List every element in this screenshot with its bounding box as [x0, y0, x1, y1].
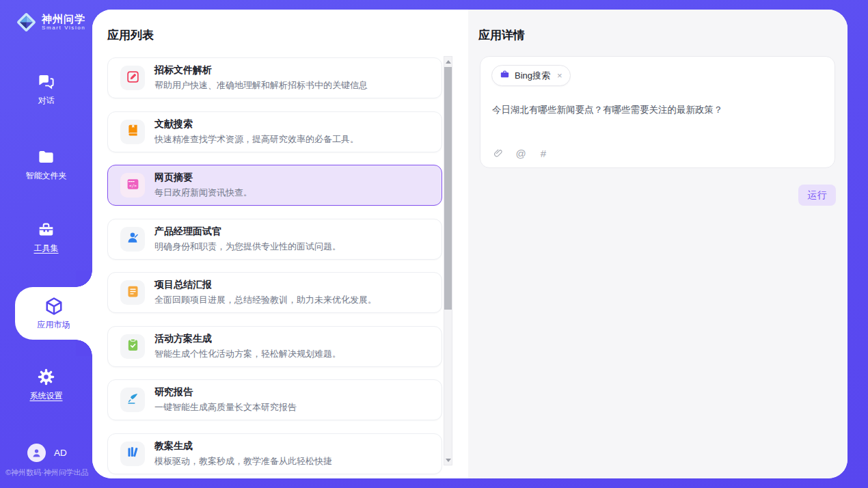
scrollbar-down-arrow[interactable]	[444, 455, 452, 465]
app-card[interactable]: 产品经理面试官明确身份和职责，为您提供专业性的面试问题。	[107, 219, 442, 260]
app-card-desc: 模板驱动，教案秒成，教学准备从此轻松快捷	[154, 455, 332, 467]
app-card[interactable]: 项目总结汇报全面回顾项目进展，总结经验教训，助力未来优化发展。	[107, 272, 442, 313]
chat-icon	[37, 72, 55, 91]
app-card-list: 招标文件解析帮助用户快速、准确地理解和解析招标书中的关键信息文献搜索快速精准查找…	[107, 57, 442, 478]
app-card-desc: 每日政府新闻资讯快查。	[154, 187, 252, 199]
svg-text:</>: </>	[128, 182, 136, 187]
app-icon-tile	[120, 280, 145, 305]
hash-icon[interactable]: #	[537, 147, 550, 159]
user-account[interactable]: AD	[27, 444, 67, 462]
books-icon	[126, 445, 140, 462]
brand-subtitle: Smart Vision	[42, 25, 85, 31]
app-icon-tile	[120, 227, 145, 252]
query-input[interactable]: 今日湖北有哪些新闻要点？有哪些需要关注的最新政策？	[492, 104, 820, 116]
app-card[interactable]: 研究报告一键智能生成高质量长文本研究报告	[107, 379, 442, 420]
sidebar-item-label: 工具集	[34, 243, 59, 254]
app-card-title: 网页摘要	[154, 172, 252, 184]
sidebar-item-label: 应用市场	[38, 319, 70, 331]
app-detail-title: 应用详情	[478, 27, 525, 43]
app-card[interactable]: 活动方案生成智能生成个性化活动方案，轻松解决规划难题。	[107, 326, 442, 367]
main-panel: 应用列表 招标文件解析帮助用户快速、准确地理解和解析招标书中的关键信息文献搜索快…	[92, 10, 847, 478]
app-card-desc: 快速精准查找学术资源，提高研究效率的必备工具。	[154, 133, 359, 146]
gear-icon	[37, 368, 55, 386]
app-icon-tile: </>	[120, 173, 145, 198]
toolbox-icon	[37, 220, 55, 239]
app-card-title: 项目总结汇报	[154, 279, 377, 291]
tool-chip-bing-search[interactable]: Bing搜索 ×	[491, 65, 571, 86]
chip-close-icon[interactable]: ×	[557, 71, 562, 80]
app-card-title: 活动方案生成	[154, 333, 341, 345]
app-card-title: 研究报告	[154, 386, 297, 398]
scrollbar-thumb[interactable]	[444, 67, 452, 310]
app-card[interactable]: 招标文件解析帮助用户快速、准确地理解和解析招标书中的关键信息	[107, 57, 442, 98]
app-card[interactable]: </>网页摘要每日政府新闻资讯快查。	[107, 165, 442, 206]
sidebar: 神州问学 Smart Vision 对话智能文件夹工具集系统设置 应用市场 AD…	[0, 0, 92, 488]
sidebar-item-label: 系统设置	[30, 390, 63, 402]
bubble-fillet-bottom	[76, 340, 92, 356]
app-card-desc: 智能生成个性化活动方案，轻松解决规划难题。	[154, 348, 341, 360]
app-icon-tile	[120, 66, 145, 90]
sidebar-item-label: 对话	[38, 95, 55, 107]
brand-name: 神州问学	[42, 13, 85, 25]
brand-diamond-icon	[15, 11, 38, 33]
note-icon	[126, 284, 140, 301]
quill-icon	[126, 392, 140, 409]
edit-square-icon	[126, 70, 140, 87]
sidebar-item-folders[interactable]: 智能文件夹	[0, 148, 92, 182]
app-card-desc: 全面回顾项目进展，总结经验教训，助力未来优化发展。	[154, 294, 377, 306]
clipboard-check-icon	[126, 338, 140, 355]
paperclip-icon[interactable]	[492, 147, 504, 159]
tool-chip-label: Bing搜索	[515, 70, 550, 82]
app-icon-tile	[120, 334, 145, 359]
sidebar-item-label: 智能文件夹	[26, 170, 67, 182]
composer-toolbar: @ #	[492, 147, 550, 159]
app-card[interactable]: 文献搜索快速精准查找学术资源，提高研究效率的必备工具。	[107, 111, 442, 152]
app-card-desc: 明确身份和职责，为您提供专业性的面试问题。	[154, 241, 341, 253]
app-detail-pane: 应用详情 Bing搜索 × 今日湖北有哪些新闻要点？有哪些需要关注的最新政策？ …	[468, 10, 847, 478]
app-card-title: 招标文件解析	[154, 64, 368, 77]
app-list-title: 应用列表	[107, 27, 154, 43]
sidebar-item-chat[interactable]: 对话	[0, 72, 92, 107]
app-icon-tile	[120, 388, 145, 412]
sidebar-item-tools[interactable]: 工具集	[0, 220, 92, 254]
app-list-pane: 应用列表 招标文件解析帮助用户快速、准确地理解和解析招标书中的关键信息文献搜索快…	[92, 10, 468, 478]
app-icon-tile	[120, 442, 145, 466]
cube-icon	[44, 296, 64, 316]
prompt-card: Bing搜索 × 今日湖北有哪些新闻要点？有哪些需要关注的最新政策？ @ #	[480, 56, 835, 168]
briefcase-icon	[500, 69, 510, 82]
app-icon-tile	[120, 120, 145, 144]
brand-logo: 神州问学 Smart Vision	[15, 11, 85, 33]
sidebar-item-market[interactable]: 应用市场	[15, 287, 92, 340]
avatar[interactable]	[27, 444, 46, 462]
copyright-text: ©神州数码·神州问学出品	[5, 467, 94, 478]
scrollbar[interactable]	[444, 56, 452, 465]
person-icon	[126, 230, 140, 247]
at-icon[interactable]: @	[515, 147, 527, 159]
browser-code-icon: </>	[126, 177, 140, 194]
scrollbar-up-arrow[interactable]	[444, 57, 452, 66]
user-icon	[31, 447, 42, 459]
app-card-desc: 帮助用户快速、准确地理解和解析招标书中的关键信息	[154, 79, 368, 92]
user-initials: AD	[54, 448, 67, 458]
app-card[interactable]: 教案生成模板驱动，教案秒成，教学准备从此轻松快捷	[107, 433, 442, 474]
app-card-desc: 一键智能生成高质量长文本研究报告	[154, 401, 297, 414]
app-card-title: 教案生成	[154, 440, 332, 452]
app-card-title: 文献搜索	[154, 118, 359, 131]
book-icon	[126, 123, 140, 140]
folder-icon	[37, 148, 55, 166]
sidebar-item-settings[interactable]: 系统设置	[0, 368, 92, 402]
bubble-fillet-top	[76, 271, 92, 287]
app-card-title: 产品经理面试官	[154, 226, 341, 238]
run-button[interactable]: 运行	[798, 185, 836, 206]
